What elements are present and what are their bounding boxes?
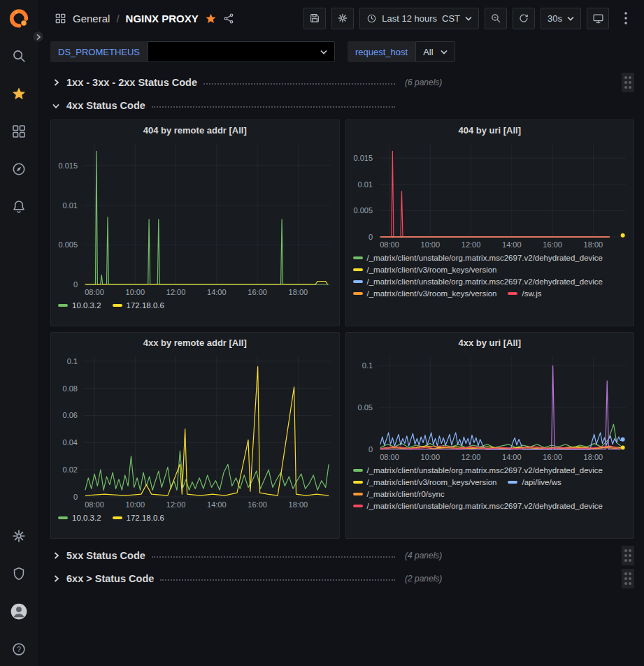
panel-title[interactable]: 404 by remote addr [All] [51,120,339,138]
legend-label: 172.18.0.6 [127,514,164,522]
sidebar-item-profile[interactable] [8,602,30,621]
sidebar-item-configuration[interactable] [8,526,30,546]
panel-title[interactable]: 4xx by remote addr [All] [51,333,339,350]
sidebar-item-help[interactable]: ? [8,639,30,659]
dashboard-title[interactable]: NGINX PROXY [126,13,199,24]
grafana-logo-icon [8,8,29,29]
legend-item[interactable]: 172.18.0.6 [113,301,164,310]
legend-label: /_matrix/client/unstable/org.matrix.msc2… [367,277,603,286]
chart-svg: 08:0010:0012:0014:0016:0018:0000.050.1 [346,350,634,463]
sidebar-item-starred[interactable] [8,84,30,103]
sidebar-item-search[interactable] [8,46,30,66]
timeseries-chart[interactable]: 08:0010:0012:0014:0016:0018:0000.020.040… [51,350,339,511]
row-dots [152,106,395,108]
x-axis-tick-label: 12:00 [461,240,480,249]
legend-item[interactable]: /api/live/ws [508,478,561,486]
row-header-5xx[interactable]: 5xx Status Code (4 panels) [50,545,634,566]
panel-title[interactable]: 404 by uri [All] [346,120,634,138]
sidebar-item-server-admin[interactable] [8,564,30,584]
legend-swatch-icon [58,516,68,519]
legend-label: /_matrix/client/r0/sync [367,490,445,498]
kebab-menu-button[interactable] [615,8,637,29]
legend-swatch-icon [353,469,363,472]
timeseries-chart[interactable]: 08:0010:0012:0014:0016:0018:0000.050.1 [346,350,634,463]
legend-item[interactable]: 172.18.0.6 [113,514,164,522]
legend-item[interactable]: /_matrix/client/unstable/org.matrix.msc2… [353,277,603,286]
refresh-button[interactable] [513,8,535,29]
legend-label: /_matrix/client/unstable/org.matrix.msc2… [367,466,603,475]
sidebar-item-alerting[interactable] [8,197,30,217]
legend-item[interactable]: /_matrix/client/unstable/org.matrix.msc2… [353,254,603,262]
timeseries-chart[interactable]: 08:0010:0012:0014:0016:0018:0000.0050.01… [51,138,339,298]
share-icon[interactable] [223,13,235,24]
sidebar-item-dashboards[interactable] [8,122,30,141]
chart-svg: 08:0010:0012:0014:0016:0018:0000.020.040… [51,350,339,511]
row-header-1xx-3xx-2xx[interactable]: 1xx - 3xx - 2xx Status Code (6 panels) [50,72,634,93]
zoom-out-button[interactable] [485,8,507,29]
legend-swatch-icon [113,304,122,307]
legend-label: 10.0.3.2 [72,514,101,522]
panel-title[interactable]: 4xx by uri [All] [346,333,634,350]
row-header-6xx[interactable]: 6xx > Status Code (2 panels) [50,568,634,589]
y-axis-tick-label: 0.015 [58,161,78,170]
tv-mode-button[interactable] [587,8,609,29]
dashboard-settings-button[interactable] [331,8,354,29]
x-axis-tick-label: 16:00 [248,500,267,509]
y-axis-tick-label: 0 [368,233,372,241]
sidebar: ? [0,0,38,666]
legend-item[interactable]: /sw.js [508,289,541,298]
row-drag-handle[interactable] [622,546,634,565]
legend-swatch-icon [353,493,363,495]
row-header-4xx[interactable]: 4xx Status Code [50,95,634,116]
variable-label-datasource: DS_PROMETHEUS [50,41,148,62]
row-drag-handle[interactable] [622,569,634,588]
legend-item[interactable]: /_matrix/client/unstable/org.matrix.msc2… [353,466,603,475]
row-title: 5xx Status Code [66,550,145,561]
legend-item[interactable]: /_matrix/client/r0/sync [353,490,445,498]
save-dashboard-button[interactable] [303,8,326,29]
legend-item[interactable]: 10.0.3.2 [58,514,101,522]
series-line [380,433,620,449]
sidebar-top-group [8,0,30,217]
legend-swatch-icon [508,292,517,295]
row-drag-handle[interactable] [622,73,634,92]
panel-4xx-by-uri: 4xx by uri [All] 08:0010:0012:0014:0016:… [345,332,635,539]
legend-swatch-icon [58,304,68,307]
breadcrumb: General / NGINX PROXY [55,13,235,24]
legend-swatch-icon [353,280,363,283]
request-host-select[interactable]: All [415,41,455,62]
legend-item[interactable]: /_matrix/client/v3/room_keys/version [353,478,497,486]
refresh-icon [518,13,529,24]
chevron-down-icon [441,50,448,55]
time-range-picker[interactable]: Last 12 hours CST [359,8,479,29]
row-panel-count: (6 panels) [405,78,442,87]
legend-label: /sw.js [522,289,541,298]
sidebar-item-explore[interactable] [8,159,30,179]
grafana-logo[interactable] [8,8,30,28]
y-axis-tick-label: 0.04 [63,438,78,447]
legend-item[interactable]: 10.0.3.2 [58,301,101,310]
save-icon [309,13,320,24]
chevron-down-icon [320,50,327,55]
favorite-star-icon[interactable] [205,13,217,24]
sidebar-expand-button[interactable] [32,31,44,43]
y-axis-tick-label: 0.1 [67,357,78,365]
legend-label: /_matrix/client/v3/room_keys/version [367,478,497,486]
breadcrumb-section[interactable]: General [73,13,110,24]
compass-icon [11,161,27,177]
legend-swatch-icon [508,481,517,484]
legend-item[interactable]: /_matrix/client/v3/room_keys/version [353,266,497,274]
chevron-down-icon [465,16,472,21]
y-axis-tick-label: 0.05 [357,403,372,412]
timeseries-chart[interactable]: 08:0010:0012:0014:0016:0018:0000.0050.01… [346,138,634,251]
y-axis-tick-label: 0.005 [353,206,373,215]
row-panel-count: (4 panels) [405,551,442,560]
refresh-interval-dropdown[interactable]: 30s [541,8,581,29]
datasource-select[interactable] [148,41,335,62]
legend-item[interactable]: /_matrix/client/unstable/org.matrix.msc2… [353,502,603,510]
series-point-marker [620,233,624,238]
apps-icon [55,13,66,24]
legend-item[interactable]: /_matrix/client/v3/room_keys/version [353,289,497,298]
monitor-icon [592,13,604,24]
y-axis-tick-label: 0 [368,445,372,454]
